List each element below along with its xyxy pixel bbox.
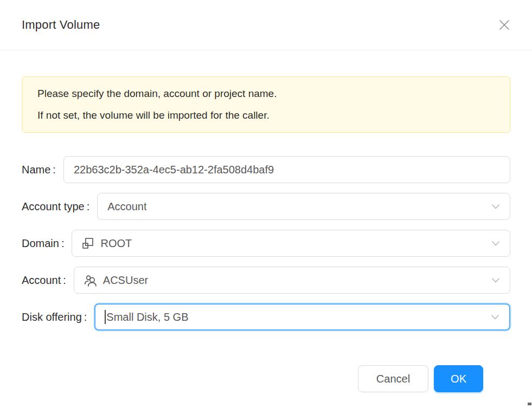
domain-value: ROOT: [100, 237, 132, 250]
team-icon: [84, 274, 97, 287]
form-row-domain: Domain: ROOT: [22, 230, 510, 257]
modal-title: Import Volume: [22, 18, 100, 32]
modal-header: Import Volume: [0, 0, 532, 50]
disk-offering-value: Small Disk, 5 GB: [106, 311, 188, 323]
form-row-account: Account: ACSUser: [22, 267, 510, 294]
chevron-down-icon: [490, 238, 501, 249]
chevron-down-icon: [490, 275, 501, 286]
account-type-select[interactable]: Account: [97, 193, 510, 220]
account-type-value: Account: [107, 200, 146, 213]
disk-offering-label: Disk offering:: [22, 311, 94, 323]
name-label: Name:: [22, 164, 63, 176]
modal-footer: Cancel OK: [22, 340, 510, 392]
chevron-down-icon: [490, 201, 501, 212]
name-value: 22b63c2b-352a-4ec5-ab12-2fa508d4baf9: [74, 164, 274, 176]
close-button[interactable]: [493, 14, 515, 36]
close-icon: [498, 18, 511, 31]
cancel-button[interactable]: Cancel: [358, 365, 428, 392]
form-row-disk-offering: Disk offering: Small Disk, 5 GB: [22, 303, 510, 331]
form-row-account-type: Account type: Account: [22, 193, 510, 220]
domain-label: Domain:: [22, 237, 72, 250]
account-value: ACSUser: [103, 274, 148, 287]
text-caret: [105, 310, 106, 324]
disk-offering-select[interactable]: Small Disk, 5 GB: [94, 303, 510, 331]
ok-button[interactable]: OK: [434, 365, 483, 392]
warning-alert: Please specify the domain, account or pr…: [22, 76, 510, 133]
chevron-down-icon: [490, 312, 501, 322]
modal-body: Please specify the domain, account or pr…: [0, 50, 532, 408]
import-volume-modal: Import Volume Please specify the domain,…: [0, 0, 532, 408]
domain-select[interactable]: ROOT: [72, 230, 510, 257]
alert-message-line1: Please specify the domain, account or pr…: [37, 83, 495, 105]
form-row-name: Name: 22b63c2b-352a-4ec5-ab12-2fa508d4ba…: [22, 156, 510, 183]
account-select[interactable]: ACSUser: [74, 267, 510, 294]
alert-message-line2: If not set, the volume will be imported …: [37, 105, 495, 126]
account-type-label: Account type:: [22, 200, 97, 213]
block-icon: [82, 237, 94, 249]
page-corner-artifact: [528, 403, 531, 405]
account-label: Account:: [22, 274, 74, 287]
name-input[interactable]: 22b63c2b-352a-4ec5-ab12-2fa508d4baf9: [63, 156, 510, 183]
